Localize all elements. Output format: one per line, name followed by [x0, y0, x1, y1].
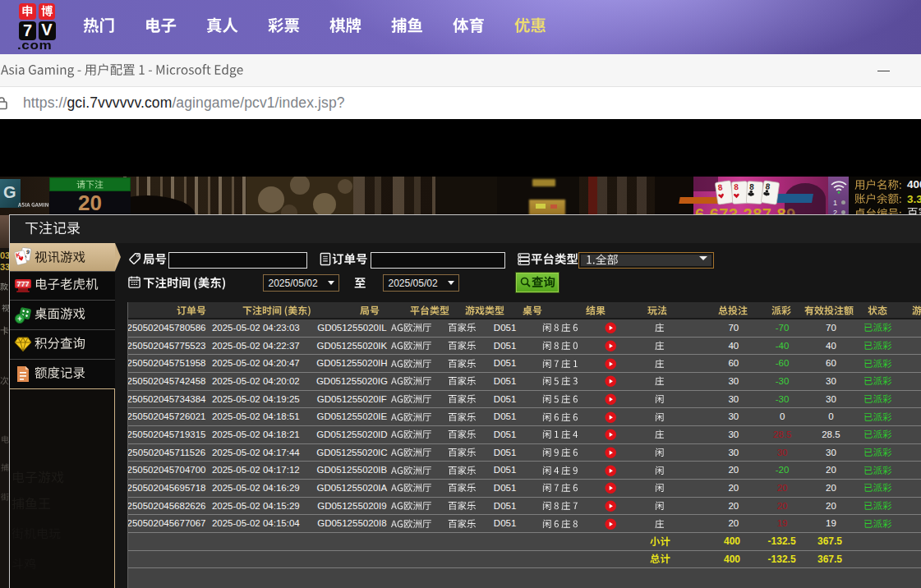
svg-text:8: 8: [749, 182, 755, 191]
svg-text:777: 777: [16, 280, 29, 288]
svg-text:8: 8: [734, 182, 739, 191]
